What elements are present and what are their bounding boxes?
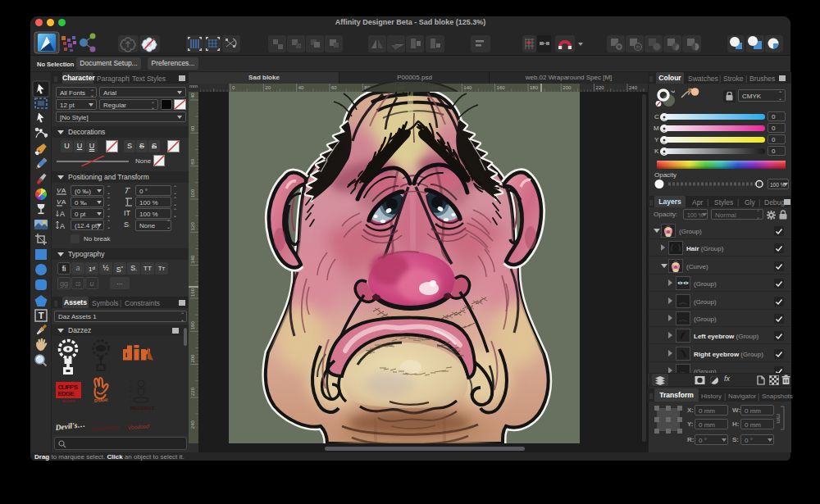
svg-text:Devil's…: Devil's… xyxy=(54,420,85,432)
svg-text:240: 240 xyxy=(629,85,638,90)
svg-text:U: U xyxy=(130,399,132,403)
svg-text:60: 60 xyxy=(331,85,337,90)
svg-text:A: A xyxy=(61,187,66,194)
svg-text:A: A xyxy=(60,222,65,230)
svg-text:200: 200 xyxy=(190,354,195,363)
svg-text:A: A xyxy=(60,210,65,218)
svg-text:EDGE: EDGE xyxy=(58,390,75,397)
svg-text:V: V xyxy=(130,384,132,388)
svg-text:40: 40 xyxy=(190,93,195,98)
svg-text:Voodood': Voodood' xyxy=(128,423,151,430)
svg-text:20: 20 xyxy=(265,85,271,90)
svg-text:RECORDS: RECORDS xyxy=(62,400,75,403)
svg-text:mm: mm xyxy=(776,414,781,424)
svg-text:180: 180 xyxy=(530,85,539,90)
svg-text:I: I xyxy=(126,198,129,207)
svg-text:A: A xyxy=(130,379,132,384)
svg-text:E: E xyxy=(130,389,132,393)
svg-text:240: 240 xyxy=(190,420,195,429)
svg-text:220: 220 xyxy=(190,387,195,396)
svg-text:RECORDZ: RECORDZ xyxy=(130,406,155,411)
svg-text:160: 160 xyxy=(190,288,195,297)
svg-text:100: 100 xyxy=(190,188,195,198)
svg-text:180: 180 xyxy=(190,321,195,330)
svg-text:200: 200 xyxy=(563,85,572,90)
svg-text:140: 140 xyxy=(190,255,195,264)
svg-text:80: 80 xyxy=(190,158,195,164)
svg-text:DYAH!: DYAH! xyxy=(94,397,108,403)
svg-text:T: T xyxy=(39,311,44,320)
svg-text:K: K xyxy=(130,394,132,398)
svg-text:T: T xyxy=(124,186,131,195)
svg-text:A: A xyxy=(61,198,66,206)
svg-text:220: 220 xyxy=(596,85,605,90)
svg-text:60: 60 xyxy=(190,125,195,131)
svg-text:40: 40 xyxy=(298,85,304,90)
svg-text:120: 120 xyxy=(190,222,195,231)
svg-text:naadedash: naadedash xyxy=(90,424,118,432)
svg-text:160: 160 xyxy=(497,85,506,90)
